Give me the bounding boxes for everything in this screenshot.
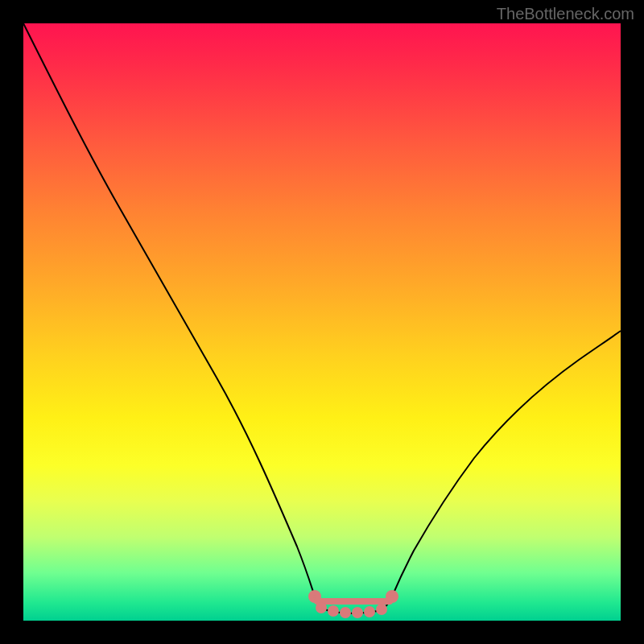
highlight-markers bbox=[311, 592, 396, 616]
svg-point-2 bbox=[318, 605, 324, 611]
svg-point-8 bbox=[388, 592, 396, 601]
svg-point-5 bbox=[354, 609, 361, 616]
svg-point-7 bbox=[378, 606, 385, 613]
svg-point-3 bbox=[330, 608, 336, 614]
watermark-text: TheBottleneck.com bbox=[497, 5, 634, 23]
curve-svg bbox=[23, 23, 621, 621]
plot-area bbox=[23, 23, 621, 621]
svg-point-6 bbox=[366, 609, 373, 615]
chart-container: TheBottleneck.com bbox=[0, 0, 644, 644]
svg-point-4 bbox=[342, 609, 349, 616]
bottleneck-curve bbox=[23, 23, 621, 613]
